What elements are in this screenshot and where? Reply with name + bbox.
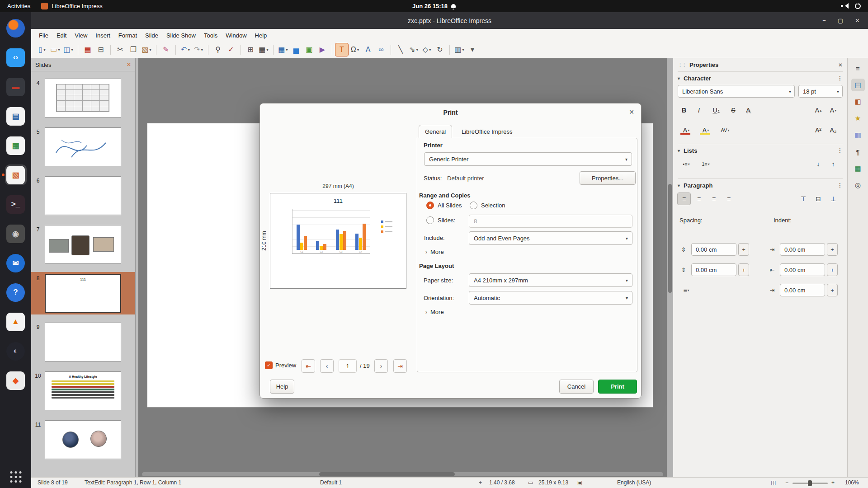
undo-icon[interactable]: ↶▾ xyxy=(179,43,192,56)
dropdown-arrow-icon[interactable]: ▾ xyxy=(58,47,60,52)
menu-file[interactable]: File xyxy=(35,30,52,41)
language-status[interactable]: English (USA) xyxy=(617,479,651,486)
chevron-down-icon[interactable]: ▾ xyxy=(708,162,710,166)
orientation-select[interactable]: Automatic ▾ xyxy=(469,291,632,305)
superscript-button[interactable]: A² xyxy=(812,124,825,136)
insert-table-icon[interactable]: ▦▾ xyxy=(277,43,289,56)
dropdown-arrow-icon[interactable]: ▾ xyxy=(462,47,464,52)
snap-guides-icon[interactable]: ▦▾ xyxy=(257,43,270,56)
libreoffice-impress-icon[interactable]: ▧ xyxy=(5,164,27,185)
menu-slide[interactable]: Slide xyxy=(141,30,162,41)
terminal-icon[interactable]: >_ xyxy=(5,194,27,215)
collapse-section-icon[interactable]: ▾ xyxy=(678,148,680,153)
volume-icon[interactable] xyxy=(841,3,848,9)
font-color-button[interactable]: A▾ xyxy=(678,124,695,136)
spin-increase-button[interactable]: + xyxy=(738,263,749,276)
minimize-button[interactable]: − xyxy=(822,17,826,24)
dropdown-arrow-icon[interactable]: ▾ xyxy=(188,47,190,52)
menu-edit[interactable]: Edit xyxy=(52,30,71,41)
printer-properties-button[interactable]: Properties... xyxy=(580,171,636,185)
display-grid-icon[interactable]: ⊞ xyxy=(244,43,257,56)
layout-more-expander[interactable]: › More xyxy=(425,309,444,315)
properties-tab-icon[interactable]: ▤ xyxy=(851,79,865,91)
indent-before-field[interactable]: 0.00 cm xyxy=(780,243,825,256)
thunderbird-icon[interactable]: ✉ xyxy=(5,253,27,273)
draw-line-icon[interactable]: ╲ xyxy=(394,43,407,56)
spacing-above-field[interactable]: 0.00 cm xyxy=(691,243,736,256)
spin-increase-button[interactable]: + xyxy=(738,243,749,256)
sidebar-settings-icon[interactable]: ≡ xyxy=(851,62,865,75)
slide-thumbnail-11[interactable]: 11 xyxy=(31,418,135,461)
hyperlink-icon[interactable]: ∞ xyxy=(375,43,387,56)
show-applications-icon[interactable] xyxy=(10,471,21,483)
chevron-down-icon[interactable]: ▾ xyxy=(626,236,628,241)
dialog-close-icon[interactable]: ✕ xyxy=(629,108,634,116)
chevron-down-icon[interactable]: ▾ xyxy=(625,157,627,162)
gallery-tab-icon[interactable]: ▦ xyxy=(851,162,865,175)
help-icon[interactable]: ? xyxy=(5,282,27,303)
activities-button[interactable]: Activities xyxy=(7,3,30,9)
cancel-button[interactable]: Cancel xyxy=(559,380,594,394)
indent-after-field[interactable]: 0.00 cm xyxy=(780,263,825,276)
insert-text-box-icon[interactable]: T xyxy=(335,43,348,56)
cut-icon[interactable]: ✂ xyxy=(114,43,127,56)
menu-tools[interactable]: Tools xyxy=(200,30,222,41)
align-center-button[interactable]: ≡ xyxy=(693,193,705,205)
firefox-icon[interactable] xyxy=(5,18,27,38)
chevron-down-icon[interactable]: ▾ xyxy=(688,128,689,132)
spin-increase-button[interactable]: + xyxy=(827,243,838,256)
focused-app-menu[interactable]: LibreOffice Impress xyxy=(41,3,102,9)
last-page-button[interactable]: ⇥ xyxy=(393,359,407,373)
dropdown-arrow-icon[interactable]: ▾ xyxy=(286,47,288,52)
font-name-select[interactable]: Liberation Sans ▾ xyxy=(678,85,795,98)
slide-thumbnail-10[interactable]: 10A Healthy Lifestyle xyxy=(31,370,135,412)
chevron-down-icon[interactable]: ▾ xyxy=(718,108,720,113)
slide-transition-tab-icon[interactable]: ◧ xyxy=(851,95,865,108)
menu-insert[interactable]: Insert xyxy=(91,30,114,41)
print-button[interactable]: Print xyxy=(598,380,637,394)
fontwork-icon[interactable]: A xyxy=(362,43,374,56)
italic-button[interactable]: I xyxy=(693,104,705,116)
underline-button[interactable]: U▾ xyxy=(708,104,725,116)
find-replace-icon[interactable]: ⚲ xyxy=(212,43,224,56)
insert-media-icon[interactable]: ▶ xyxy=(316,43,329,56)
bold-button[interactable]: B xyxy=(678,104,690,116)
system-status-menu[interactable] xyxy=(841,3,861,9)
dropdown-arrow-icon[interactable]: ▾ xyxy=(201,47,203,52)
move-down-button[interactable]: ↓ xyxy=(812,158,825,170)
chevron-down-icon[interactable]: ▾ xyxy=(707,128,709,132)
animation-tab-icon[interactable]: ★ xyxy=(851,112,865,125)
special-character-icon[interactable]: Ω▾ xyxy=(349,43,361,56)
scrollbar-thumb[interactable] xyxy=(319,472,455,476)
zoom-fit-icon[interactable]: ◫ xyxy=(771,479,776,486)
vertical-scrollbar[interactable] xyxy=(667,58,673,477)
chevron-down-icon[interactable]: ▾ xyxy=(789,89,791,94)
chevron-down-icon[interactable]: ▾ xyxy=(688,162,690,166)
highlight-color-button[interactable]: A▾ xyxy=(697,124,714,136)
font-size-select[interactable]: 18 pt ▾ xyxy=(798,85,843,98)
save-icon[interactable]: ◫▾ xyxy=(62,43,75,56)
scrollbar-thumb[interactable] xyxy=(668,184,672,293)
open-file-icon[interactable]: ▭▾ xyxy=(49,43,61,56)
navigator-tab-icon[interactable]: ◎ xyxy=(851,179,865,192)
tab-general[interactable]: General xyxy=(419,125,452,138)
libreoffice-calc-icon[interactable]: ▦ xyxy=(5,135,27,156)
dropdown-arrow-icon[interactable]: ▾ xyxy=(71,47,73,52)
software-store-icon[interactable]: ◆ xyxy=(5,370,27,391)
collapse-section-icon[interactable]: ▾ xyxy=(678,183,680,188)
spin-increase-button[interactable]: + xyxy=(827,263,838,276)
chevron-down-icon[interactable]: ▾ xyxy=(626,296,628,300)
vlc-icon[interactable]: ▲ xyxy=(5,311,27,332)
printer-select[interactable]: Generic Printer ▾ xyxy=(424,152,632,166)
first-line-indent-field[interactable]: 0.00 cm xyxy=(780,284,825,296)
close-slide-panel-icon[interactable]: ✕ xyxy=(127,61,131,68)
dropdown-arrow-icon[interactable]: ▾ xyxy=(266,47,269,52)
window-titlebar[interactable]: zxc.pptx - LibreOffice Impress − ▢ ✕ xyxy=(31,12,868,29)
export-pdf-icon[interactable]: ▤ xyxy=(81,43,94,56)
slide-thumbnail-8[interactable]: 8111 xyxy=(31,272,135,314)
slide-thumbnail-7[interactable]: 7 xyxy=(31,223,135,266)
horizontal-scrollbar[interactable] xyxy=(142,472,663,476)
dropdown-arrow-icon[interactable]: ▾ xyxy=(429,47,431,52)
drag-handle-icon[interactable]: ⋮⋮ xyxy=(678,62,686,68)
move-up-button[interactable]: ↑ xyxy=(827,158,840,170)
